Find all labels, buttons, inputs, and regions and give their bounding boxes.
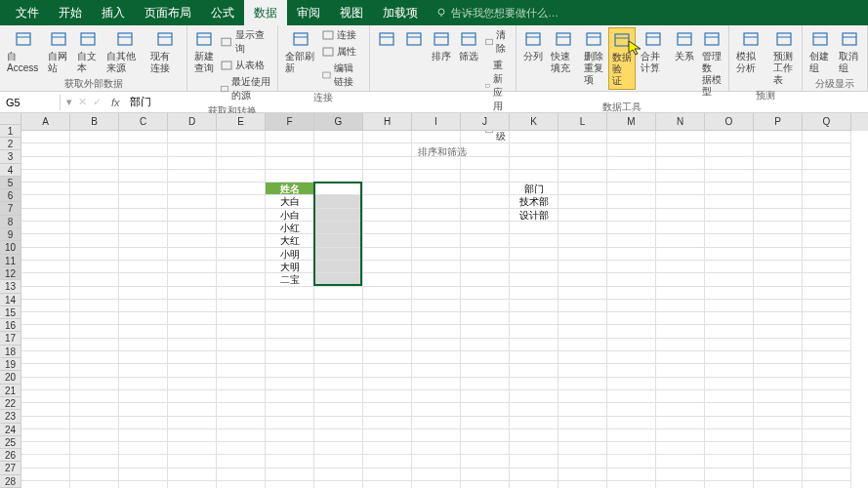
cell-P5[interactable] xyxy=(754,183,803,195)
col-header-I[interactable]: I xyxy=(412,113,461,131)
cell-C6[interactable] xyxy=(119,195,168,208)
cell-N28[interactable] xyxy=(656,481,705,488)
cell-J20[interactable] xyxy=(461,378,510,390)
cell-F5[interactable]: 姓名 xyxy=(266,183,314,195)
cell-O4[interactable] xyxy=(705,170,754,183)
cell-E21[interactable] xyxy=(217,390,266,403)
cell-F23[interactable] xyxy=(266,417,314,429)
cell-F2[interactable] xyxy=(266,143,314,156)
select-all-corner[interactable] xyxy=(0,113,21,125)
cell-G1[interactable] xyxy=(314,131,363,143)
cell-B12[interactable] xyxy=(70,273,119,286)
cell-C7[interactable] xyxy=(119,209,168,222)
row-header-26[interactable]: 26 xyxy=(0,449,21,462)
cell-H28[interactable] xyxy=(363,481,412,488)
cell-M21[interactable] xyxy=(607,390,656,403)
cell-L19[interactable] xyxy=(558,364,607,377)
cell-I17[interactable] xyxy=(412,339,461,351)
cell-J21[interactable] xyxy=(461,390,510,403)
cell-O20[interactable] xyxy=(705,378,754,390)
menu-tab-文件[interactable]: 文件 xyxy=(6,0,49,26)
cell-F12[interactable]: 二宝 xyxy=(266,273,314,286)
cell-K4[interactable] xyxy=(510,170,558,183)
cell-B7[interactable] xyxy=(70,209,119,222)
cell-M24[interactable] xyxy=(607,429,656,442)
cell-D16[interactable] xyxy=(168,325,217,338)
cell-E23[interactable] xyxy=(217,417,266,429)
cell-A7[interactable] xyxy=(21,209,70,222)
cell-E8[interactable] xyxy=(217,222,266,234)
cell-A8[interactable] xyxy=(21,222,70,234)
cell-Q18[interactable] xyxy=(803,351,851,364)
cell-F28[interactable] xyxy=(266,481,314,488)
cell-D7[interactable] xyxy=(168,209,217,222)
cell-L3[interactable] xyxy=(558,157,607,170)
cell-D27[interactable] xyxy=(168,468,217,481)
sort-button[interactable]: 排序 xyxy=(429,27,454,64)
cell-O17[interactable] xyxy=(705,339,754,351)
row-header-2[interactable]: 2 xyxy=(0,138,21,150)
cell-D13[interactable] xyxy=(168,287,217,300)
cell-F3[interactable] xyxy=(266,157,314,170)
cell-J13[interactable] xyxy=(461,287,510,300)
cell-P26[interactable] xyxy=(754,455,803,468)
cell-K17[interactable] xyxy=(510,339,558,351)
cell-M14[interactable] xyxy=(607,300,656,312)
cell-C3[interactable] xyxy=(119,157,168,170)
cell-Q20[interactable] xyxy=(803,378,851,390)
cell-L15[interactable] xyxy=(558,312,607,325)
cell-N11[interactable] xyxy=(656,261,705,273)
cell-D4[interactable] xyxy=(168,170,217,183)
row-header-7[interactable]: 7 xyxy=(0,202,21,215)
connections-button[interactable]: 连接 xyxy=(320,27,364,43)
cell-I24[interactable] xyxy=(412,429,461,442)
cell-N19[interactable] xyxy=(656,364,705,377)
cell-H3[interactable] xyxy=(363,157,412,170)
cell-K7[interactable]: 设计部 xyxy=(510,209,558,222)
cell-J12[interactable] xyxy=(461,273,510,286)
cell-H18[interactable] xyxy=(363,351,412,364)
cell-K9[interactable] xyxy=(510,234,558,247)
dropdown-icon[interactable]: ▾ xyxy=(66,96,72,108)
cell-A24[interactable] xyxy=(21,429,70,442)
from-text-button[interactable]: 自文本 xyxy=(74,27,102,76)
cell-D23[interactable] xyxy=(168,417,217,429)
cell-Q7[interactable] xyxy=(803,209,851,222)
cell-F21[interactable] xyxy=(266,390,314,403)
show-query-button[interactable]: 显示查询 xyxy=(219,27,273,57)
cell-H21[interactable] xyxy=(363,390,412,403)
col-header-O[interactable]: O xyxy=(705,113,754,131)
cell-C26[interactable] xyxy=(119,455,168,468)
cell-L9[interactable] xyxy=(558,234,607,247)
cell-A12[interactable] xyxy=(21,273,70,286)
cell-B3[interactable] xyxy=(70,157,119,170)
menu-tab-数据[interactable]: 数据 xyxy=(244,0,287,26)
menu-tab-插入[interactable]: 插入 xyxy=(92,0,135,26)
cell-P14[interactable] xyxy=(754,300,803,312)
col-header-D[interactable]: D xyxy=(168,113,217,131)
cell-G12[interactable] xyxy=(314,273,363,286)
cell-H7[interactable] xyxy=(363,209,412,222)
cell-G15[interactable] xyxy=(314,312,363,325)
cell-E6[interactable] xyxy=(217,195,266,208)
cell-D19[interactable] xyxy=(168,364,217,377)
cell-N25[interactable] xyxy=(656,442,705,455)
cell-N10[interactable] xyxy=(656,248,705,261)
cell-F16[interactable] xyxy=(266,325,314,338)
cell-N4[interactable] xyxy=(656,170,705,183)
col-header-K[interactable]: K xyxy=(510,113,558,131)
cell-D10[interactable] xyxy=(168,248,217,261)
cell-F8[interactable]: 小红 xyxy=(266,222,314,234)
cell-P8[interactable] xyxy=(754,222,803,234)
cell-O24[interactable] xyxy=(705,429,754,442)
cell-P23[interactable] xyxy=(754,417,803,429)
cell-J15[interactable] xyxy=(461,312,510,325)
cell-P16[interactable] xyxy=(754,325,803,338)
cell-O14[interactable] xyxy=(705,300,754,312)
cell-N9[interactable] xyxy=(656,234,705,247)
cell-O28[interactable] xyxy=(705,481,754,488)
cell-A16[interactable] xyxy=(21,325,70,338)
cell-J5[interactable] xyxy=(461,183,510,195)
cell-M18[interactable] xyxy=(607,351,656,364)
cell-N16[interactable] xyxy=(656,325,705,338)
